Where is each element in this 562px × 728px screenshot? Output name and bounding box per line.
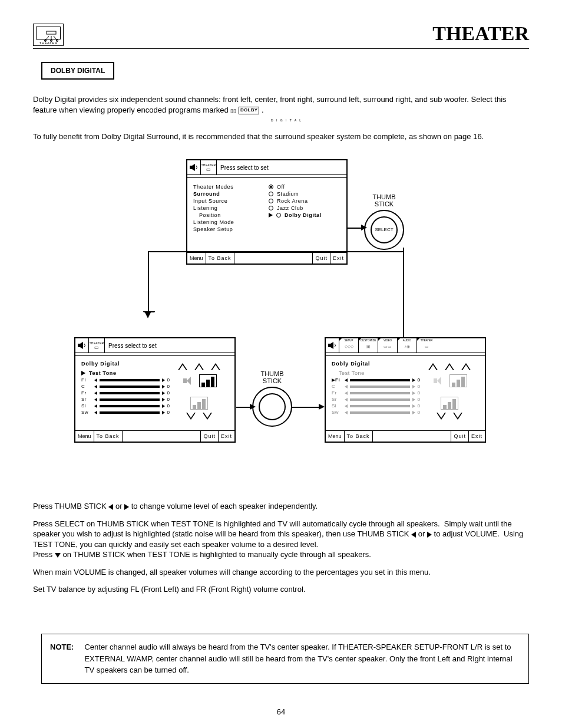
slider-fl[interactable]: Fl0 — [332, 377, 420, 383]
mute-icon — [181, 375, 196, 387]
page-title: THEATER — [432, 22, 529, 45]
submenu-title: Dobly Digital — [332, 361, 420, 367]
slider-fr[interactable]: Fr0 — [81, 390, 170, 396]
ftr-quit[interactable]: Quit — [313, 253, 330, 263]
slider-c[interactable]: C0 — [81, 384, 170, 389]
speaker-icon — [326, 338, 339, 353]
test-tone-row[interactable]: Test Tone — [81, 370, 170, 376]
option[interactable]: Off — [269, 184, 322, 190]
note-text: Center channel audio will always be hear… — [84, 641, 520, 676]
menu-left: THEATER ▭ Press select to set Dolby Digi… — [74, 337, 236, 443]
instr-4: When main VOLUME is changed, all speaker… — [33, 567, 529, 578]
arrow-right-icon — [81, 371, 85, 375]
ftr-quit[interactable]: Quit — [201, 431, 219, 442]
intro-para2: To fully benefit from Dolby Digital Surr… — [33, 131, 529, 142]
left-arrow-icon — [108, 504, 113, 510]
note-label: NOTE: — [50, 641, 74, 676]
option[interactable]: Stadium — [269, 191, 322, 197]
slider-sw[interactable]: Sw0 — [332, 410, 420, 415]
dolby-logo-icon: DOLBY — [239, 107, 260, 114]
instr-5: Set TV balance by adjusting FL (Front Le… — [33, 584, 529, 595]
instructions: Press THUMB STICK or to change volume le… — [33, 501, 529, 602]
ftr-toback[interactable]: To Back — [345, 431, 373, 442]
hdr-text: Press select to set — [217, 164, 346, 171]
mute-icon — [432, 375, 446, 387]
page: THEATER THEATER DOLBY DIGITAL Dolby Digi… — [0, 0, 562, 728]
intro-para1a: Dolby Digital provides six independent s… — [33, 95, 507, 114]
speaker-icon — [75, 338, 89, 353]
thumb-stick-2: THUMB STICK — [252, 370, 292, 427]
svg-rect-5 — [78, 344, 80, 347]
menu-right: SETUP◇◇◇ CUSTOMIZE▣ VIDEO▭▭ AUDIO♪◉ THEA… — [325, 337, 486, 443]
intro-text: Dolby Digital provides six independent s… — [33, 94, 529, 147]
option[interactable]: Jazz Club — [269, 205, 322, 211]
arrow-right-icon — [269, 213, 273, 218]
test-tone-row[interactable]: Test Tone — [332, 370, 420, 376]
ftr-menu[interactable]: Menu — [187, 253, 206, 263]
ftr-exit[interactable]: Exit — [219, 431, 234, 442]
intro-para1b: . — [262, 106, 264, 114]
ftr-quit[interactable]: Quit — [451, 431, 469, 442]
right-arrow-icon — [124, 504, 129, 510]
slider-fl[interactable]: Fl0 — [81, 377, 170, 383]
thumb-stick-1: THUMB STICK SELECT — [364, 193, 404, 250]
ftr-exit[interactable]: Exit — [330, 253, 346, 263]
diagram: THEATER ▭ Press select to set Theater Mo… — [33, 159, 529, 489]
page-number: 64 — [0, 707, 562, 716]
section-heading: DOLBY DIGITAL — [41, 62, 114, 80]
title-rule — [33, 48, 529, 49]
slider-sr[interactable]: Sr0 — [332, 397, 420, 402]
menu-item[interactable]: Theater Modes — [193, 184, 264, 190]
tab-theater[interactable]: THEATER▭ — [417, 338, 436, 353]
tab-label: THEATER — [34, 41, 63, 45]
volume-bars-icon — [449, 374, 467, 387]
svg-rect-4 — [190, 166, 192, 169]
theater-tab-icon: THEATER — [33, 24, 64, 46]
slider-sl[interactable]: Sl0 — [81, 403, 170, 409]
hdr-theater-icon: THEATER ▭ — [201, 160, 217, 174]
instr-2: Press SELECT on THUMB STICK when TEST TO… — [33, 519, 529, 560]
ftr-menu[interactable]: Menu — [326, 431, 345, 442]
speaker-icon — [187, 160, 201, 174]
tab-setup[interactable]: SETUP◇◇◇ — [339, 338, 359, 353]
ftr-menu[interactable]: Menu — [75, 431, 94, 442]
hdr-text: Press select to set — [105, 342, 234, 349]
menu-item[interactable]: Listening — [193, 205, 264, 211]
note-box: NOTE: Center channel audio will always b… — [41, 634, 529, 684]
slider-fr[interactable]: Fr0 — [332, 390, 420, 396]
menu-top: THEATER ▭ Press select to set Theater Mo… — [186, 159, 348, 265]
submenu-title: Dolby Digital — [81, 361, 170, 367]
instr-1: Press THUMB STICK or to change volume le… — [33, 501, 529, 512]
ftr-toback[interactable]: To Back — [206, 253, 234, 263]
menu-item[interactable]: Speaker Setup — [193, 226, 264, 232]
tab-video[interactable]: VIDEO▭▭ — [378, 338, 398, 353]
slider-sl[interactable]: Sl0 — [332, 403, 420, 409]
menu-item-selected[interactable]: Surround — [193, 191, 264, 197]
ftr-exit[interactable]: Exit — [469, 431, 485, 442]
hdr-theater-icon: THEATER ▭ — [89, 338, 105, 353]
menu-item[interactable]: Listening Mode — [193, 219, 264, 225]
volume-bars-icon — [441, 397, 458, 410]
slider-sw[interactable]: Sw0 — [81, 410, 170, 415]
menu-item[interactable]: Position — [193, 212, 264, 218]
option[interactable]: Rock Arena — [269, 198, 322, 204]
ftr-toback[interactable]: To Back — [94, 431, 123, 442]
option-selected[interactable]: Dolby Digital — [269, 212, 322, 218]
slider-sr[interactable]: Sr0 — [81, 397, 170, 402]
menu-item[interactable]: Input Source — [193, 198, 264, 204]
down-arrow-icon — [55, 553, 61, 558]
svg-rect-6 — [328, 344, 330, 347]
volume-bars-icon — [199, 374, 217, 387]
svg-rect-0 — [47, 31, 56, 34]
tab-audio[interactable]: AUDIO♪◉ — [398, 338, 417, 353]
slider-c[interactable]: C0 — [332, 384, 420, 389]
volume-bars-icon — [190, 397, 208, 410]
dolby-sub: D I G I T A L — [271, 118, 302, 123]
tab-customize[interactable]: CUSTOMIZE▣ — [359, 338, 378, 353]
